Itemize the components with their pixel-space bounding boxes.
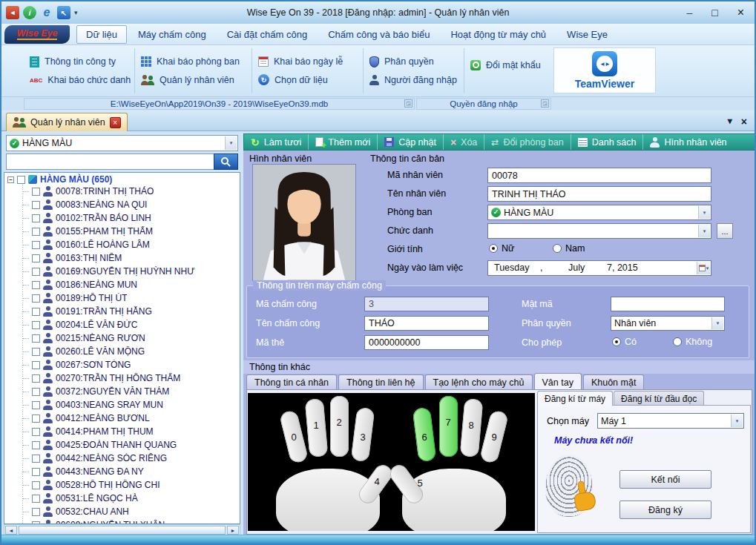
employee-checkbox[interactable]	[32, 455, 40, 463]
tab-personal-info[interactable]: Thông tin cá nhân	[246, 374, 337, 389]
ribbon-item-departments[interactable]: Khai báo phòng ban	[141, 56, 246, 67]
ribbon-item-job-titles[interactable]: Khai báo chức danh	[30, 75, 128, 85]
dialog-launcher-icon[interactable]	[541, 99, 549, 108]
employee-checkbox[interactable]	[32, 348, 40, 356]
radio-allowed-no[interactable]	[673, 337, 682, 346]
employee-checkbox[interactable]	[32, 468, 40, 476]
start-date-picker[interactable]: Tuesday , July 7, 2015	[487, 260, 711, 276]
tree-row-employee[interactable]: 00414:PHAM THỊ THUM	[4, 425, 240, 438]
employee-checkbox[interactable]	[32, 361, 40, 369]
tree-row-employee[interactable]: 00215:NÈANG RƯƠN	[4, 331, 240, 345]
ribbon-item-login-user[interactable]: Người đăng nhập	[369, 75, 458, 85]
tab-register-from-machine[interactable]: Đăng kí từ máy	[537, 391, 613, 406]
tab-du-lieu[interactable]: Dữ liệu	[76, 25, 127, 44]
scroll-right-icon[interactable]	[227, 526, 239, 535]
teamviewer-panel[interactable]: TeamViewer	[553, 47, 656, 93]
tree-row-employee[interactable]: 00372:NGUYỄN VĂN THÁM	[4, 385, 240, 398]
tree-row-employee[interactable]: 00102:TRẦN BẢO LINH	[4, 211, 240, 225]
gender-male-option[interactable]: Nam	[553, 243, 585, 254]
employee-checkbox[interactable]	[32, 481, 40, 489]
maximize-button[interactable]	[711, 7, 717, 19]
info-icon[interactable]	[23, 6, 36, 19]
attendance-name-field[interactable]	[364, 316, 489, 331]
employee-photo-button[interactable]: Hình nhân viên	[643, 134, 733, 150]
tree-row-employee[interactable]: 00412:NEÀNG BƯƠNL	[4, 412, 240, 425]
tab-fingerprint[interactable]: Vân tay	[534, 373, 582, 389]
employee-checkbox[interactable]	[32, 214, 40, 222]
tree-row-employee[interactable]: 00609:NGUYỄN THỊ XUÂN	[4, 518, 240, 524]
list-view-button[interactable]: Danh sách	[571, 134, 644, 150]
ribbon-item-change-password[interactable]: Đổi mật khẩu	[470, 60, 546, 70]
gender-female-option[interactable]: Nữ	[489, 243, 514, 254]
close-button[interactable]	[737, 6, 744, 19]
tab-server-commands[interactable]: Tạo lệnh cho máy chủ	[425, 374, 533, 389]
ribbon-item-employees[interactable]: Quản lý nhân viên	[141, 75, 246, 85]
ribbon-item-permissions[interactable]: Phân quyền	[369, 56, 458, 67]
tree-row-employee[interactable]: 00531:LÊ NGỌC HÀ	[4, 492, 240, 505]
card-number-field[interactable]	[364, 335, 489, 350]
job-title-combo[interactable]	[487, 223, 711, 239]
radio-male[interactable]	[553, 244, 562, 253]
tree-row-employee[interactable]: 00442:NEÀNG SÓC RIÊNG	[4, 452, 240, 465]
employee-checkbox[interactable]	[32, 388, 40, 396]
employee-checkbox[interactable]	[32, 441, 40, 449]
department-dropdown[interactable]: HÀNG MÀU	[6, 135, 238, 151]
tree-row-employee[interactable]: 00204:LÊ VĂN ĐỨC	[4, 318, 240, 331]
employee-id-field[interactable]	[487, 168, 711, 183]
employee-checkbox[interactable]	[32, 254, 40, 262]
employee-checkbox[interactable]	[32, 334, 40, 343]
password-field[interactable]	[611, 297, 725, 311]
tree-row-employee[interactable]: 00191:TRẦN THỊ HẰNG	[4, 305, 240, 318]
dialog-launcher-icon[interactable]	[404, 99, 412, 108]
connect-button[interactable]: Kết nối	[619, 470, 711, 489]
tree-row-employee[interactable]: 00189:HỒ THỊ ÚT	[4, 291, 240, 305]
exit-icon[interactable]	[6, 6, 19, 19]
employee-checkbox[interactable]	[32, 188, 40, 196]
minimize-button[interactable]	[686, 7, 692, 19]
employee-checkbox[interactable]	[32, 241, 40, 249]
allowed-yes-option[interactable]: Có	[612, 337, 637, 347]
ribbon-item-holidays[interactable]: Khai báo ngày lễ	[258, 56, 357, 67]
employee-checkbox[interactable]	[32, 508, 40, 516]
tab-cai-dat-cham-cong[interactable]: Cài đặt chấm công	[217, 25, 317, 44]
tree-row-employee[interactable]: 00270:TRẦN THỊ HỒNG THẤM	[4, 371, 240, 385]
root-checkbox[interactable]	[17, 176, 25, 184]
tab-hoat-dong-may-chu[interactable]: Hoạt động từ máy chủ	[441, 25, 556, 44]
employee-name-field[interactable]	[487, 186, 711, 202]
tree-row-employee[interactable]: 00163:THỊ NIÊM	[4, 251, 240, 265]
delete-button[interactable]: Xóa	[444, 134, 484, 150]
add-new-button[interactable]: Thêm mới	[309, 134, 378, 150]
tab-cham-cong-bao-bieu[interactable]: Chấm công và báo biểu	[318, 25, 439, 44]
browse-job-title-button[interactable]: ...	[717, 223, 733, 239]
document-tab-employees[interactable]: Quản lý nhân viên	[6, 113, 128, 131]
scroll-thumb[interactable]	[19, 526, 226, 535]
change-department-button[interactable]: Đổi phòng ban	[484, 134, 571, 150]
quick-access-caret-icon[interactable]	[74, 9, 78, 16]
collapse-icon[interactable]	[7, 176, 14, 183]
register-button[interactable]: Đăng ký	[619, 501, 711, 519]
tab-register-from-reader[interactable]: Đăng kí từ đầu đọc	[614, 391, 704, 406]
update-button[interactable]: Cập nhật	[378, 134, 444, 150]
tree-row-employee[interactable]: 00078:TRINH THỊ THẢO	[4, 185, 240, 198]
radio-allowed-yes[interactable]	[612, 337, 621, 346]
tree-row-employee[interactable]: 00267:SƠN TÒNG	[4, 358, 240, 371]
window-list-icon[interactable]	[728, 116, 732, 128]
employee-checkbox[interactable]	[32, 495, 40, 503]
radio-female[interactable]	[489, 244, 498, 253]
employee-checkbox[interactable]	[32, 228, 40, 236]
tab-wise-eye[interactable]: Wise Eye	[557, 25, 617, 44]
department-combo[interactable]: HÀNG MÀU	[487, 205, 711, 220]
tree-root-row[interactable]: HÀNG MÀU (650)	[4, 173, 240, 185]
employee-checkbox[interactable]	[32, 294, 40, 303]
tree-row-employee[interactable]: 00186:NEÀNG MUN	[4, 278, 240, 291]
app-logo[interactable]: Wise Eye	[4, 25, 70, 44]
employee-checkbox[interactable]	[32, 268, 40, 276]
allowed-no-option[interactable]: Không	[673, 337, 712, 347]
refresh-button[interactable]: Làm tươi	[244, 134, 309, 150]
tree-row-employee[interactable]: 00425:ĐOÀN THANH QUANG	[4, 438, 240, 452]
ribbon-item-company-info[interactable]: Thông tin công ty	[30, 56, 128, 67]
tab-contact-info[interactable]: Thông tin liên hệ	[338, 374, 423, 389]
close-document-icon[interactable]	[741, 116, 747, 128]
privilege-combo[interactable]: Nhân viên	[611, 316, 725, 331]
employee-checkbox[interactable]	[32, 374, 40, 383]
